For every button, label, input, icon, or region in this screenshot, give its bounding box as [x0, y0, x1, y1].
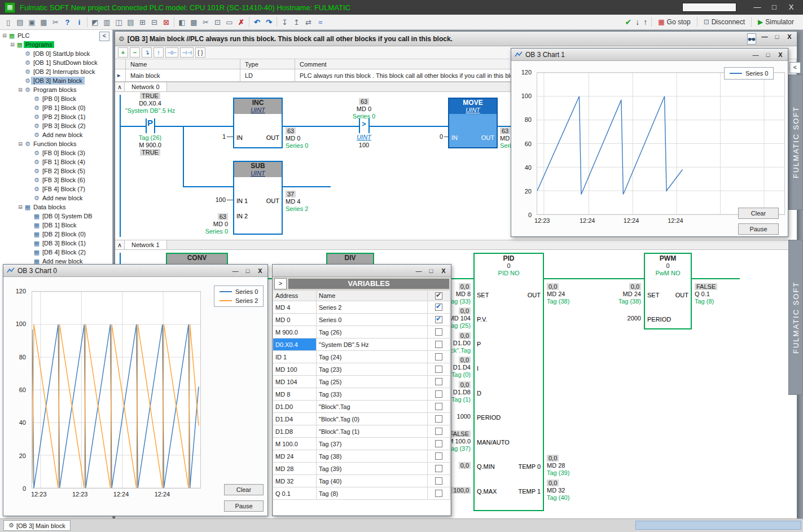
- tree-item[interactable]: [DB 4] Block (2): [0, 248, 112, 257]
- tree-item[interactable]: [OB 2] Interrupts block: [0, 67, 112, 76]
- new-project-icon[interactable]: ▯: [2, 16, 14, 28]
- tree-item[interactable]: [DB 1] Block: [0, 221, 112, 230]
- tree-item[interactable]: Add new block: [0, 130, 112, 139]
- variable-visible-checkbox[interactable]: [428, 376, 450, 388]
- tree-item[interactable]: [PB 0] Block: [0, 94, 112, 103]
- horizontal-scrollbar[interactable]: [635, 521, 801, 530]
- variable-row[interactable]: D0.X0.4 "System DB".5 Hz: [273, 338, 450, 351]
- variable-row[interactable]: D1.D0 "Block".Tag: [273, 401, 450, 413]
- open-project-icon[interactable]: ▤: [14, 16, 26, 28]
- move-block[interactable]: MOVE UINT IN OUT: [448, 98, 498, 148]
- tree-item[interactable]: Programs: [0, 40, 112, 49]
- redo-icon[interactable]: ↷: [263, 16, 275, 28]
- variable-visible-checkbox[interactable]: [428, 487, 450, 499]
- tree-item[interactable]: [FB 2] Block (5): [0, 166, 112, 175]
- positive-edge-contact[interactable]: P: [147, 118, 153, 127]
- variable-visible-checkbox[interactable]: [428, 301, 450, 313]
- close-button[interactable]: X: [776, 51, 784, 58]
- document-tab[interactable]: ⚙ [OB 3] Main block: [3, 520, 71, 531]
- tree-expander-icon[interactable]: [17, 204, 24, 210]
- pwm-block[interactable]: PWM 0 PwM NO SET PERIOD OUT: [644, 253, 692, 329]
- variable-visible-checkbox[interactable]: [428, 338, 450, 350]
- split-rows-icon[interactable]: ▤: [125, 16, 137, 28]
- tree-item[interactable]: [OB 3] Main block: [0, 76, 112, 85]
- tree-expander-icon[interactable]: [17, 141, 24, 147]
- address-column-header[interactable]: Address: [273, 291, 317, 301]
- save-icon[interactable]: ▣: [26, 16, 38, 28]
- tree-item[interactable]: [FB 0] Block (3): [0, 148, 112, 157]
- name-column-header[interactable]: Name: [317, 291, 428, 301]
- special-block-icon[interactable]: { }: [195, 47, 205, 58]
- pause-button[interactable]: Pause: [224, 500, 264, 512]
- tree-item[interactable]: [DB 2] Block (0): [0, 230, 112, 239]
- close-button[interactable]: X: [784, 1, 798, 14]
- tree-item[interactable]: [FB 1] Block (4): [0, 157, 112, 166]
- maximize-button[interactable]: □: [764, 51, 772, 58]
- minimize-button[interactable]: —: [750, 1, 765, 14]
- disconnect-button[interactable]: ⊡ Disconnect: [701, 17, 747, 27]
- variable-row[interactable]: MD 32 Tag (40): [273, 475, 450, 487]
- plc-transfer-icon[interactable]: ⇄: [302, 16, 314, 28]
- horizontal-windows-icon[interactable]: ⊟: [148, 16, 160, 28]
- cut-element-icon[interactable]: ✂: [200, 16, 212, 28]
- paste-icon[interactable]: ▭: [223, 16, 235, 28]
- trend-icon[interactable]: ≈: [314, 16, 326, 28]
- tree-expander-icon[interactable]: [17, 87, 24, 93]
- delete-icon[interactable]: ✗: [235, 16, 247, 28]
- variable-visible-checkbox[interactable]: [428, 388, 450, 400]
- variable-row[interactable]: M 100.0 Tag (37): [273, 438, 450, 450]
- expand-networks-icon[interactable]: +: [118, 47, 128, 58]
- upload-block-icon[interactable]: ↥: [291, 16, 302, 28]
- close-button[interactable]: X: [440, 267, 447, 274]
- copy-icon[interactable]: ⊡: [212, 16, 223, 28]
- visible-column-header[interactable]: [428, 291, 450, 301]
- info-icon[interactable]: i: [73, 16, 85, 28]
- inc-block[interactable]: INC UINT IN OUT: [233, 98, 283, 148]
- variable-visible-checkbox[interactable]: [428, 450, 450, 462]
- simulator-button[interactable]: ▶ Simulator: [756, 17, 796, 27]
- greater-than-operator[interactable]: >: [362, 120, 366, 128]
- variable-row[interactable]: MD 4 Series 2: [273, 301, 450, 314]
- network-collapse-icon[interactable]: ∧: [115, 82, 125, 91]
- close-button[interactable]: X: [256, 267, 264, 274]
- variable-visible-checkbox[interactable]: [428, 475, 450, 487]
- tree-item[interactable]: PLC: [0, 31, 112, 40]
- tree-item[interactable]: [PB 3] Block (2): [0, 121, 112, 130]
- minimize-button[interactable]: —: [761, 33, 769, 45]
- tile-windows-icon[interactable]: ◧: [176, 16, 188, 28]
- download-block-icon[interactable]: ↧: [279, 16, 291, 28]
- network1-label[interactable]: Network 1: [125, 240, 167, 249]
- minimize-button[interactable]: —: [231, 267, 239, 274]
- variable-visible-checkbox[interactable]: [428, 314, 450, 326]
- maximize-button[interactable]: □: [767, 1, 782, 14]
- tree-item[interactable]: [OB 0] StartUp block: [0, 49, 112, 58]
- accept-icon[interactable]: ✔: [625, 17, 632, 27]
- toolbar-separator[interactable]: [277, 17, 277, 27]
- variable-visible-checkbox[interactable]: [428, 438, 450, 450]
- chart0-titlebar[interactable]: OB 3 Chart 0 — □ X: [3, 265, 267, 277]
- pause-button[interactable]: Pause: [738, 223, 779, 235]
- maximize-button[interactable]: □: [427, 267, 435, 274]
- variable-row[interactable]: ID 1 Tag (24): [273, 351, 450, 363]
- editor-titlebar[interactable]: ⚙ [OB 3] Main block //PLC always run thi…: [115, 32, 797, 46]
- variable-visible-checkbox[interactable]: [428, 425, 450, 437]
- variable-row[interactable]: MD 24 Tag (38): [273, 450, 450, 463]
- restore-button[interactable]: □: [773, 33, 781, 45]
- variables-titlebar[interactable]: — □ X: [273, 265, 451, 277]
- tree-item[interactable]: [PB 1] Block (0): [0, 103, 112, 112]
- variable-visible-checkbox[interactable]: [428, 326, 450, 338]
- variable-visible-checkbox[interactable]: [428, 401, 450, 412]
- tree-item[interactable]: Data blocks: [0, 203, 112, 212]
- tree-item[interactable]: [DB 3] Block (1): [0, 239, 112, 248]
- tree-expander-icon[interactable]: [1, 33, 8, 38]
- help-icon[interactable]: ?: [62, 16, 73, 28]
- variable-visible-checkbox[interactable]: [428, 351, 450, 363]
- tree-item[interactable]: [FB 3] Block (6): [0, 175, 112, 184]
- branch-down-icon[interactable]: ↴: [142, 47, 152, 58]
- variable-row[interactable]: MD 28 Tag (39): [273, 463, 450, 475]
- pid-block[interactable]: PID 0 PID NO SET P.V. P I D PERIOD MAN/A…: [473, 253, 544, 511]
- clear-button[interactable]: Clear: [224, 484, 264, 495]
- variable-row[interactable]: MD 0 Series 0: [273, 314, 450, 326]
- variable-row[interactable]: MD 104 Tag (25): [273, 376, 450, 388]
- variable-visible-checkbox[interactable]: [428, 463, 450, 474]
